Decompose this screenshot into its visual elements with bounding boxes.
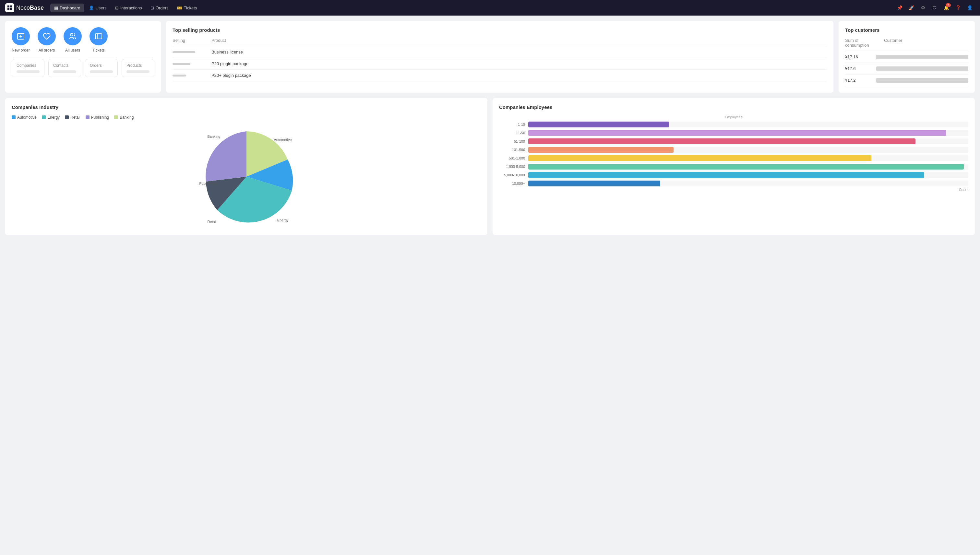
- bar-label: 10,000+: [499, 181, 525, 185]
- chart-label: Employees: [499, 115, 968, 119]
- nav-dashboard[interactable]: ▦ Dashboard: [50, 3, 84, 12]
- svg-rect-1: [10, 5, 12, 8]
- legend-dot-banking: [114, 115, 118, 119]
- tickets-action[interactable]: Tickets: [90, 27, 108, 53]
- table-row: P20+ plugin package: [172, 70, 827, 81]
- top-customers-card: Top customers Sum of consumption Custome…: [839, 21, 975, 93]
- stat-products-bar: [127, 71, 149, 73]
- svg-rect-3: [10, 8, 12, 10]
- bar-row-51-100: 51-100: [499, 138, 968, 144]
- top-selling-header: Selling Product: [172, 38, 827, 47]
- all-users-label: All users: [65, 48, 80, 53]
- svg-point-7: [71, 34, 73, 36]
- interactions-icon: ⊞: [115, 5, 119, 10]
- tickets-label: Tickets: [92, 48, 105, 53]
- rocket-button[interactable]: 🚀: [906, 3, 916, 13]
- legend-label-energy: Energy: [47, 115, 59, 120]
- table-row: P20 plugin package: [172, 58, 827, 70]
- legend-dot-retail: [65, 115, 69, 119]
- tickets-icon: 🎫: [177, 5, 182, 10]
- nav-interactions-label: Interactions: [120, 5, 142, 10]
- employees-card: Companies Employees Employees 1-10 11-50…: [493, 98, 975, 235]
- nav-tickets[interactable]: 🎫 Tickets: [173, 3, 201, 12]
- stat-orders-bar: [90, 71, 113, 73]
- stat-contacts-bar: [53, 71, 76, 73]
- stat-orders: Orders: [85, 59, 118, 77]
- nav-users[interactable]: 👤 Users: [85, 3, 111, 12]
- top-customers-title: Top customers: [845, 27, 968, 33]
- svg-rect-2: [8, 8, 10, 10]
- nav-orders[interactable]: ⊡ Orders: [146, 3, 172, 12]
- industry-legend: Automotive Energy Retail Publishing Bank…: [12, 115, 481, 120]
- user-profile-button[interactable]: 👤: [964, 3, 975, 13]
- stat-companies-bar: [16, 71, 40, 73]
- stats-row: Companies Contacts Orders Products: [12, 59, 154, 77]
- top-selling-card: Top selling products Selling Product Bus…: [166, 21, 834, 93]
- bar-fill: [528, 147, 673, 153]
- bar-row-10000plus: 10,000+: [499, 181, 968, 186]
- bar-row-1-10: 1-10: [499, 122, 968, 127]
- customer-bar: [876, 66, 968, 71]
- product-cell: P20+ plugin package: [211, 73, 827, 78]
- stat-contacts-label: Contacts: [53, 63, 76, 68]
- customer-amount: ¥17.6: [845, 66, 871, 71]
- settings-button[interactable]: ⚙: [918, 3, 928, 13]
- stat-products: Products: [122, 59, 154, 77]
- shield-button[interactable]: 🛡: [929, 3, 940, 13]
- customer-row: ¥17.16: [845, 51, 968, 63]
- stat-products-label: Products: [127, 63, 149, 68]
- legend-dot-automotive: [12, 115, 16, 119]
- quick-actions-card: New order All orders All users: [5, 21, 161, 93]
- notification-button[interactable]: 🔔 2: [941, 3, 951, 13]
- bar-label: 51-100: [499, 140, 525, 143]
- bar-fill: [528, 130, 946, 136]
- legend-label-automotive: Automotive: [17, 115, 37, 120]
- nav-tickets-label: Tickets: [184, 5, 197, 10]
- count-label: Count: [499, 188, 968, 192]
- all-users-action[interactable]: All users: [64, 27, 82, 53]
- new-order-icon: [12, 27, 30, 45]
- new-order-action[interactable]: New order: [12, 27, 30, 53]
- product-cell: P20 plugin package: [211, 61, 827, 66]
- pie-label-energy: Energy: [277, 218, 289, 222]
- bar-track: [528, 181, 968, 186]
- customer-header: Customer: [884, 38, 968, 48]
- customer-amount: ¥17.2: [845, 78, 871, 83]
- selling-bar-cell: [172, 75, 205, 77]
- pie-label-automotive: Automotive: [274, 138, 292, 142]
- bar-track: [528, 147, 968, 153]
- all-users-icon: [64, 27, 82, 45]
- all-orders-action[interactable]: All orders: [38, 27, 56, 53]
- pie-svg: [198, 128, 295, 225]
- bar-row-5000-10000: 5,000-10,000: [499, 172, 968, 178]
- legend-banking: Banking: [114, 115, 133, 120]
- brand-text: NocoBase: [16, 5, 44, 11]
- stat-orders-label: Orders: [90, 63, 113, 68]
- bar-row-11-50: 11-50: [499, 130, 968, 136]
- customer-row: ¥17.2: [845, 75, 968, 86]
- all-orders-label: All orders: [39, 48, 55, 53]
- customer-amount: ¥17.16: [845, 55, 871, 59]
- nav-dashboard-label: Dashboard: [59, 5, 80, 10]
- stat-contacts: Contacts: [48, 59, 81, 77]
- bar-row-501-1000: 501-1,000: [499, 155, 968, 161]
- dashboard-icon: ▦: [54, 5, 58, 10]
- pin-button[interactable]: 📌: [894, 3, 905, 13]
- main-nav: ▦ Dashboard 👤 Users ⊞ Interactions ⊡ Ord…: [50, 3, 892, 12]
- legend-label-publishing: Publishing: [91, 115, 109, 120]
- employees-title: Companies Employees: [499, 104, 968, 110]
- main-content: New order All orders All users: [0, 16, 980, 240]
- nav-interactions[interactable]: ⊞ Interactions: [111, 3, 146, 12]
- pie-label-banking: Banking: [207, 135, 220, 138]
- selling-bar-cell: [172, 51, 205, 53]
- customer-row: ¥17.6: [845, 63, 968, 75]
- bar-label: 11-50: [499, 131, 525, 135]
- nav-orders-label: Orders: [156, 5, 169, 10]
- bar-track: [528, 164, 968, 170]
- industry-title: Companies Industry: [12, 104, 481, 110]
- brand-logo-area[interactable]: NocoBase: [5, 3, 44, 12]
- nav-users-label: Users: [96, 5, 107, 10]
- help-button[interactable]: ❓: [953, 3, 963, 13]
- tickets-action-icon: [90, 27, 108, 45]
- bar-fill: [528, 155, 871, 161]
